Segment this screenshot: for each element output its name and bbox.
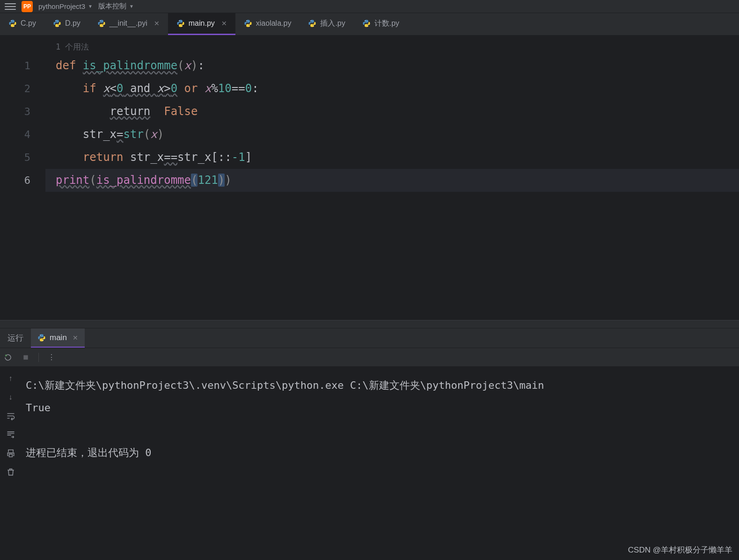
line-number[interactable]: 3 [0, 100, 45, 123]
tab-main[interactable]: main.py ✕ [168, 13, 235, 35]
run-tab-label: main [50, 333, 67, 342]
python-file-icon [244, 19, 252, 28]
console-output[interactable]: C:\新建文件夹\pythonProject3\.venv\Scripts\py… [21, 367, 739, 560]
close-tab-icon[interactable]: ✕ [154, 20, 160, 27]
console-exit: 进程已结束，退出代码为 0 [26, 447, 152, 458]
tab-label: main.py [189, 19, 215, 28]
svg-point-11 [314, 26, 315, 27]
line-number[interactable]: 2 [0, 77, 45, 100]
soft-wrap-icon[interactable] [6, 411, 16, 421]
usages-hint[interactable]: 1 个用法 [45, 39, 739, 54]
svg-point-9 [249, 26, 250, 27]
panel-splitter[interactable] [0, 320, 739, 328]
svg-point-8 [246, 21, 247, 22]
code-line[interactable]: return False [45, 100, 739, 123]
line-number[interactable]: 5 [0, 146, 45, 169]
chevron-down-icon: ▼ [88, 4, 93, 9]
svg-point-14 [40, 335, 41, 336]
svg-point-0 [11, 21, 12, 22]
scroll-to-end-icon[interactable] [6, 429, 16, 440]
project-name-label: pythonProject3 [38, 2, 85, 10]
python-file-icon [176, 19, 185, 28]
chevron-down-icon: ▼ [129, 4, 134, 9]
python-file-icon [53, 19, 61, 28]
svg-point-15 [43, 340, 44, 341]
svg-point-3 [58, 26, 59, 27]
gutter: 1 2 3 4 5 6 [0, 36, 45, 320]
vcs-label: 版本控制 [98, 2, 126, 11]
main-menu-button[interactable] [5, 1, 16, 12]
run-panel-header: 运行 main ✕ [0, 328, 739, 348]
run-config-tab[interactable]: main ✕ [31, 328, 85, 348]
trash-icon[interactable] [6, 467, 16, 477]
python-file-icon [362, 19, 371, 28]
svg-point-5 [102, 26, 103, 27]
svg-point-13 [367, 26, 368, 27]
rerun-button[interactable] [3, 352, 13, 363]
top-toolbar: PP pythonProject3 ▼ 版本控制 ▼ [0, 0, 739, 13]
run-panel-title[interactable]: 运行 [0, 328, 31, 348]
tab-init[interactable]: __init__.pyi ✕ [89, 13, 168, 35]
tab-label: D.py [65, 19, 80, 28]
console-side-toolbar: ↑ ↓ [0, 367, 21, 560]
python-file-icon [97, 19, 106, 28]
more-actions-button[interactable]: ⋮ [46, 352, 57, 363]
tab-charu[interactable]: 插入.py [300, 13, 353, 35]
tab-label: C.py [21, 19, 36, 28]
run-toolbar: ⋮ [0, 348, 739, 367]
editor-tabs: C.py D.py __init__.pyi ✕ main.py ✕ xiaol… [0, 13, 739, 36]
console-cmd: C:\新建文件夹\pythonProject3\.venv\Scripts\py… [26, 379, 544, 391]
svg-point-4 [100, 21, 101, 22]
code-line[interactable]: return str_x==str_x[::-1] [45, 146, 739, 169]
watermark: CSDN @羊村积极分子懒羊羊 [628, 545, 732, 555]
close-tab-icon[interactable]: ✕ [221, 20, 227, 27]
tab-d[interactable]: D.py [44, 13, 89, 35]
tab-label: __init__.pyi [110, 19, 147, 28]
tab-label: 插入.py [320, 19, 345, 29]
code-area[interactable]: 1 个用法 def is_palindromme(x): if x<0 and … [45, 36, 739, 320]
project-badge[interactable]: PP [22, 1, 33, 12]
code-line[interactable]: str_x=str(x) [45, 123, 739, 146]
line-number[interactable]: 1 [0, 54, 45, 77]
close-icon[interactable]: ✕ [73, 334, 78, 342]
svg-point-2 [55, 21, 56, 22]
svg-point-10 [311, 21, 312, 22]
tab-label: xiaolala.py [256, 19, 292, 28]
code-line[interactable]: print(is_palindromme(121)) [45, 169, 739, 192]
svg-point-1 [14, 26, 15, 27]
code-editor[interactable]: 1 2 3 4 5 6 1 个用法 def is_palindromme(x):… [0, 36, 739, 320]
stop-button[interactable] [21, 352, 31, 363]
tab-c[interactable]: C.py [0, 13, 44, 35]
run-console: ↑ ↓ C:\新建文件夹\pythonProject3\.venv\Script… [0, 367, 739, 560]
line-number[interactable]: 6 [0, 169, 45, 192]
code-line[interactable]: def is_palindromme(x): [45, 54, 739, 77]
svg-point-6 [179, 21, 180, 22]
vcs-menu[interactable]: 版本控制 ▼ [98, 2, 134, 11]
console-line: True [26, 402, 51, 414]
svg-rect-16 [23, 355, 28, 359]
down-arrow-icon[interactable]: ↓ [6, 392, 16, 402]
separator [38, 353, 39, 362]
project-selector[interactable]: pythonProject3 ▼ [38, 2, 93, 10]
code-line[interactable]: if x<0 and x>0 or x%10==0: [45, 77, 739, 100]
tab-xiaolala[interactable]: xiaolala.py [235, 13, 300, 35]
python-file-icon [8, 19, 17, 28]
python-file-icon [37, 334, 46, 342]
svg-point-12 [365, 21, 366, 22]
svg-point-7 [182, 26, 183, 27]
tab-label: 计数.py [374, 19, 399, 29]
print-icon[interactable] [6, 448, 16, 458]
line-number[interactable]: 4 [0, 123, 45, 146]
tab-jishu[interactable]: 计数.py [354, 13, 408, 35]
python-file-icon [308, 19, 316, 28]
up-arrow-icon[interactable]: ↑ [6, 373, 16, 384]
